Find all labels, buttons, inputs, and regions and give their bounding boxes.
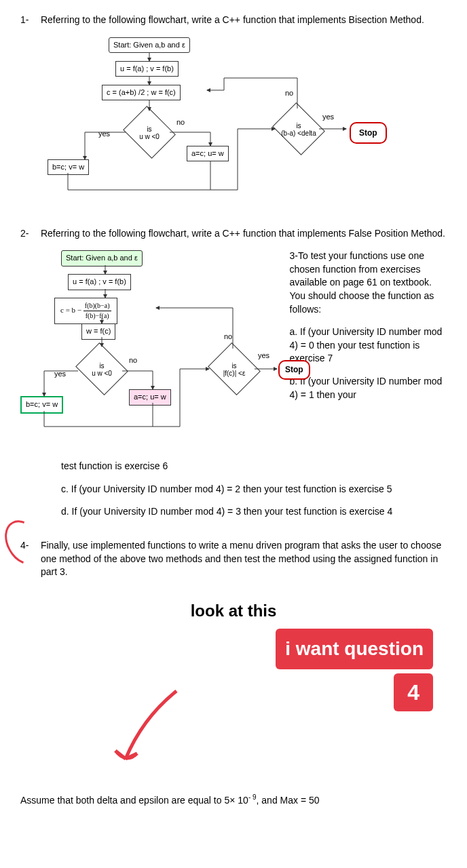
q3-d: d. If (your University ID number mod 4) …: [61, 505, 447, 519]
fc2-start: Start: Given a,b and ε: [61, 250, 143, 266]
fc1-uv: u = f(a) ; v = f(b): [115, 61, 179, 77]
flowchart-1: Start: Given a,b and ε u = f(a) ; v = f(…: [34, 37, 455, 207]
flowchart-2: Start: Given a,b and ε u = f(a) ; v = f(…: [34, 250, 283, 440]
fc2-bc: b=c; v= w: [20, 396, 63, 413]
fc2-w: w = f(c): [81, 323, 115, 339]
question-4: 4- Finally, use implemented functions to…: [20, 539, 447, 579]
fc2-yes2: yes: [258, 351, 269, 361]
q1-text: Referring to the following flowchart, wr…: [41, 14, 447, 27]
fc2-dec-uw: is u w <0: [75, 342, 128, 395]
fc2-c: c = b − f(b)(b−a)f(b)−f(a): [54, 298, 117, 324]
i-want-question-badge: i want question: [276, 629, 433, 669]
assume-note: Assume that both delta and epsilon are e…: [20, 793, 447, 807]
q3-c: c. If (your University ID number mod 4) …: [61, 483, 447, 496]
fc2-no1: no: [129, 355, 137, 366]
q2-number: 2-: [20, 227, 38, 241]
q3-bcont: test function is exercise 6: [61, 460, 447, 473]
q1-number: 1-: [20, 14, 38, 27]
fc2-yes1: yes: [54, 369, 66, 379]
q2-text: Referring to the following flowchart, wr…: [41, 227, 447, 241]
red-arrow-icon: [109, 684, 190, 779]
q3-continued: test function is exercise 6 c. If (your …: [61, 460, 447, 519]
fc1-yes2: yes: [322, 112, 334, 122]
question-1: 1- Referring to the following flowchart,…: [20, 14, 447, 207]
look-at-this-text: look at this: [20, 599, 447, 623]
fc1-arrows: [34, 37, 455, 207]
fc1-dec-delta: is (b-a) <delta: [272, 102, 325, 155]
fc2-no2: no: [224, 332, 232, 342]
fc2-uv: u = f(a) ; v = f(b): [68, 274, 131, 290]
question-2: 2- Referring to the following flowchart,…: [20, 227, 447, 519]
fc1-ac: a=c; u= w: [187, 146, 229, 161]
fc1-dec-uw: is u w <0: [123, 106, 176, 159]
q3-b: b. If (your University ID number mod 4) …: [290, 375, 447, 401]
question-3-side: 3-To test your functions use one chosen …: [290, 240, 447, 450]
annotation-area: look at this i want question 4: [20, 599, 447, 712]
q3-a: a. If (your University ID number mod 4) …: [290, 326, 447, 366]
fc1-start: Start: Given a,b and ε: [109, 37, 190, 53]
fc2-dec-eps: is |f(c)| <ε: [208, 342, 261, 395]
fc2-stop: Stop: [278, 360, 310, 380]
fc1-no2: no: [285, 88, 293, 98]
q3-intro: 3-To test your functions use one chosen …: [290, 250, 447, 316]
q4-text: Finally, use implemented functions to wr…: [41, 539, 447, 579]
fc1-yes1: yes: [98, 129, 110, 139]
fc1-no1: no: [176, 117, 185, 127]
fc1-c: c = (a+b) /2 ; w = f(c): [102, 85, 181, 100]
fc2-ac: a=c; u= w: [129, 389, 171, 405]
fc1-bc: b=c; v= w: [48, 159, 89, 175]
i-want-question-number: 4: [394, 673, 433, 712]
fc1-stop: Stop: [350, 122, 387, 144]
